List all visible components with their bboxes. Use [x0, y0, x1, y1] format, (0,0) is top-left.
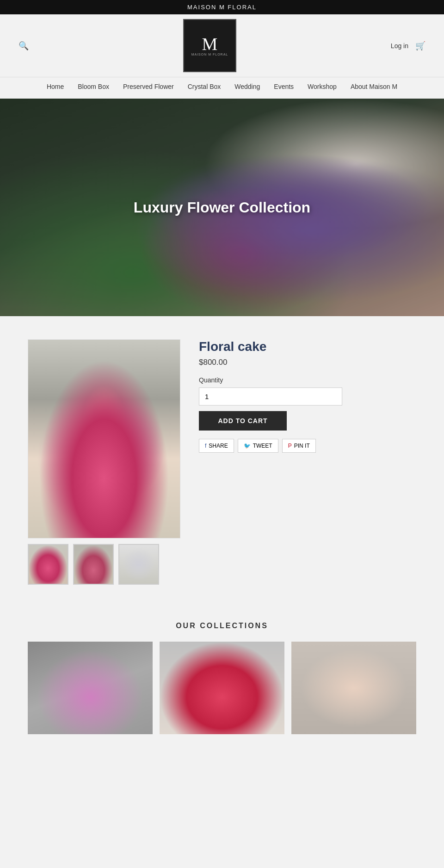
product-price: $800.00 — [199, 358, 416, 367]
collections-grid — [28, 642, 416, 734]
logo-container[interactable]: M MAISON M FLORAL — [183, 19, 236, 72]
product-section: Floral cake $800.00 Quantity ADD TO CART… — [0, 316, 444, 603]
logo[interactable]: M MAISON M FLORAL — [183, 19, 236, 72]
product-title: Floral cake — [199, 339, 416, 354]
logo-subtitle: MAISON M FLORAL — [191, 53, 228, 56]
header-left: 🔍 — [18, 41, 29, 51]
search-icon[interactable]: 🔍 — [18, 41, 29, 51]
collection-card-3[interactable] — [291, 642, 416, 734]
share-label: SHARE — [209, 443, 228, 449]
nav-item-crystal-box[interactable]: Crystal Box — [188, 83, 221, 90]
thumbnail-3[interactable] — [118, 544, 159, 585]
product-inner: Floral cake $800.00 Quantity ADD TO CART… — [28, 339, 416, 585]
collections-section: OUR COLLECTIONS — [0, 603, 444, 743]
nav-item-workshop[interactable]: Workshop — [308, 83, 337, 90]
product-thumbnails — [28, 544, 180, 585]
nav-item-preserved-flower[interactable]: Preserved Flower — [123, 83, 174, 90]
pin-button[interactable]: P PIN IT — [282, 439, 316, 453]
hero-title: Luxury Flower Collection — [134, 199, 310, 216]
tweet-button[interactable]: 🐦 TWEET — [238, 439, 278, 453]
collection-card-1[interactable] — [28, 642, 153, 734]
tweet-icon: 🐦 — [244, 443, 251, 449]
thumbnail-2[interactable] — [73, 544, 114, 585]
logo-letter: M — [202, 35, 218, 53]
cart-icon[interactable]: 🛒 — [415, 41, 426, 51]
thumbnail-1[interactable] — [28, 544, 68, 585]
hero-banner: Luxury Flower Collection — [0, 99, 444, 316]
share-icon: f — [205, 443, 206, 449]
nav-item-events[interactable]: Events — [274, 83, 294, 90]
collection-card-2[interactable] — [160, 642, 284, 734]
nav-item-about[interactable]: About Maison M — [351, 83, 397, 90]
site-header: 🔍 M MAISON M FLORAL Log in 🛒 — [0, 14, 444, 77]
product-info: Floral cake $800.00 Quantity ADD TO CART… — [199, 339, 416, 453]
banner-text: MAISON M FLORAL — [187, 4, 257, 11]
pin-icon: P — [288, 443, 292, 449]
nav-item-bloom-box[interactable]: Bloom Box — [78, 83, 109, 90]
main-nav: Home Bloom Box Preserved Flower Crystal … — [0, 77, 444, 99]
quantity-input[interactable] — [199, 387, 342, 406]
product-images — [28, 339, 180, 585]
collections-title: OUR COLLECTIONS — [28, 622, 416, 630]
nav-item-wedding[interactable]: Wedding — [234, 83, 260, 90]
login-link[interactable]: Log in — [391, 42, 408, 50]
add-to-cart-button[interactable]: ADD TO CART — [199, 411, 287, 431]
social-buttons: f SHARE 🐦 TWEET P PIN IT — [199, 439, 416, 453]
pin-label: PIN IT — [294, 443, 310, 449]
top-banner: MAISON M FLORAL — [0, 0, 444, 14]
nav-item-home[interactable]: Home — [47, 83, 64, 90]
header-right: Log in 🛒 — [391, 41, 426, 51]
tweet-label: TWEET — [253, 443, 272, 449]
product-main-image — [28, 339, 180, 538]
share-button[interactable]: f SHARE — [199, 439, 234, 453]
quantity-label: Quantity — [199, 376, 416, 384]
